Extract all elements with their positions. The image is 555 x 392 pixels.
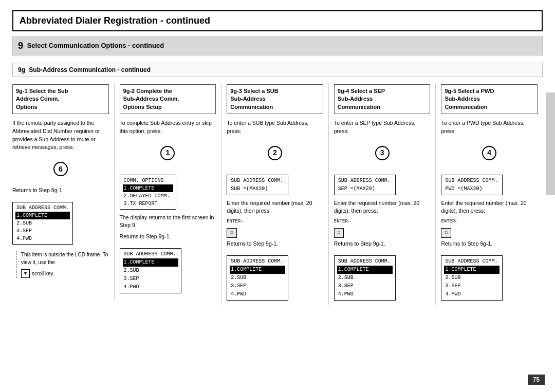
lcd-line4-9g1: 3.SEP (15, 227, 70, 235)
main-title-text: Abbreviated Dialer Registration - contin… (20, 15, 210, 26)
step-num-9g2: 9g-2 (123, 88, 135, 94)
columns-container: 9g-1 Select the Sub Address Comm. Option… (12, 84, 543, 305)
lcd-input-line1-9g3: SUB ADDRESS COMM. (230, 177, 285, 185)
enter-key-9g5: ☐ (441, 228, 451, 238)
step-num-9g3: 9g-3 (230, 88, 242, 94)
circle-9g1: 6 (53, 162, 68, 176)
col-body-9g3: To enter a SUB type Sub Address, press: … (227, 119, 323, 305)
circle-container-9g2: 1 (120, 141, 216, 165)
scroll-label: scroll key. (32, 270, 54, 277)
circle-container-9g4: 3 (334, 141, 431, 165)
lcd-input-line2-9g5: PWD =(MAX20) (444, 185, 499, 193)
lcd-line1-9g1: SUB ADDRESS COMM. (15, 204, 70, 212)
lcd2-line5-9g2: 4.PWD (123, 283, 178, 291)
lcd-input-9g3: SUB ADDRESS COMM. SUB =(MAX20) (227, 175, 288, 195)
step-num-9g1: 9g-1 (16, 88, 28, 94)
scroll-key: ▼ (21, 269, 30, 278)
col-body-9g1: If the remote party assigned to the Abbr… (12, 119, 109, 278)
lcd2-line2-9g2: 1.COMPLETE (123, 258, 178, 267)
subsection-num: 9g (18, 66, 25, 73)
body-text-9g2: To complete Sub Address entry or skip th… (120, 119, 216, 136)
lcd-input-9g4: SUB ADDRESS COMM. SEP =(MAX20) (334, 175, 396, 195)
lcd-input-line2-9g4: SEP =(MAX20) (337, 185, 393, 193)
lcd-9g2: COMM. OPTIONS 1.COMPLETE 2.DELAYED COMM.… (120, 175, 176, 210)
col-header-9g2: 9g-2 Complete the Sub-Address Comm. Opti… (120, 84, 216, 114)
body-text-9g3: To enter a SUB type Sub Address, press: (227, 119, 323, 136)
column-9g4: 9g-4 Select a SEP Sub-Address Communicat… (328, 84, 436, 305)
enter-key-area-9g4: ENTER← ☐ (334, 218, 431, 240)
lcd2-9g2: SUB ADDRESS COMM. 1.COMPLETE 2.SUB 3.SEP… (120, 248, 181, 293)
lcd2-line2-9g5: 1.COMPLETE (444, 266, 499, 274)
col-header-9g5: 9g-5 Select a PWD Sub-Address Communicat… (441, 84, 538, 114)
lcd-line1-9g2: COMM. OPTIONS (123, 177, 173, 184)
col-body-9g5: To enter a PWD type Sub Address, press: … (441, 119, 538, 305)
enter-key-9g3: ☐ (227, 228, 236, 238)
body-text-9g5: To enter a PWD type Sub Address, press: (441, 119, 538, 136)
scroll-indicator: ▼ scroll key. (21, 269, 109, 278)
returns-text-9g5: Returns to Step 9g-1. (441, 240, 538, 248)
lcd2-line5-9g4: 4.PWD (337, 290, 393, 298)
returns-text-9g1: Returns to Step 8g-1. (12, 186, 109, 195)
enter-instructions-9g5: Enter the required number (max. 20 digit… (441, 199, 538, 216)
lcd2-line4-9g4: 3.SEP (337, 282, 393, 290)
column-9g3: 9g-3 Select a SUB Sub-Address Communicat… (221, 84, 328, 305)
circle-9g3: 2 (268, 146, 282, 160)
enter-instructions-9g4: Enter the required number (max. 20 digit… (334, 199, 431, 216)
outside-note-text: This item is outside the LCD frame. To v… (21, 251, 109, 266)
lcd2-line3-9g3: 2.SUB (230, 274, 285, 282)
lcd2-line1-9g2: SUB ADDRESS COMM. (123, 250, 178, 258)
lcd-input-line2-9g3: SUB =(MAX20) (230, 185, 285, 193)
enter-key-area-9g5: ENTER← ☐ (441, 218, 538, 240)
lcd-line2-9g1: 1.COMPLETE (15, 212, 70, 219)
lcd2-line4-9g2: 3.SEP (123, 275, 178, 283)
circle-container-9g5: 4 (441, 141, 538, 165)
enter-key-9g4: ☐ (334, 228, 344, 238)
col-header-9g3: 9g-3 Select a SUB Sub-Address Communicat… (227, 84, 323, 114)
section-header: 9 Select Communication Options - continu… (12, 36, 543, 55)
lcd-line5-9g1: 4.PWD (15, 235, 70, 242)
step-num-9g4: 9g-4 (338, 88, 349, 94)
lcd-line2-9g2: 1.COMPLETE (123, 184, 173, 192)
enter-key-area-9g3: ENTER← ☐ (227, 218, 323, 240)
lcd2-9g3: SUB ADDRESS COMM. 1.COMPLETE 2.SUB 3.SEP… (227, 255, 288, 301)
column-9g5: 9g-5 Select a PWD Sub-Address Communicat… (435, 84, 543, 305)
main-title: Abbreviated Dialer Registration - contin… (12, 10, 543, 31)
page: Abbreviated Dialer Registration - contin… (0, 0, 555, 392)
col-body-9g4: To enter a SEP type Sub Address, press: … (334, 119, 431, 305)
enter-label-9g3: ENTER← (227, 218, 323, 226)
lcd-input-line1-9g5: SUB ADDRESS COMM. (444, 177, 499, 185)
circle-container-9g1: 6 (12, 157, 109, 181)
lcd-input-9g5: SUB ADDRESS COMM. PWD =(MAX20) (441, 175, 503, 195)
lcd2-9g5: SUB ADDRESS COMM. 1.COMPLETE 2.SUB 3.SEP… (441, 255, 503, 301)
lcd-line3-9g2: 2.DELAYED COMM. (123, 192, 173, 200)
step-num-9g5: 9g-5 (445, 88, 456, 94)
lcd2-line4-9g5: 3.SEP (444, 282, 499, 290)
lcd2-line3-9g4: 2.SUB (337, 274, 393, 282)
circle-container-9g3: 2 (227, 141, 323, 165)
lcd2-line2-9g4: 1.COMPLETE (337, 266, 393, 274)
enter-label-9g5: ENTER← (441, 218, 538, 226)
lcd-input-line1-9g4: SUB ADDRESS COMM. (337, 177, 393, 185)
lcd-line3-9g1: 2.SUB (15, 219, 70, 227)
section-num: 9 (18, 41, 23, 51)
lcd2-line1-9g5: SUB ADDRESS COMM. (444, 257, 499, 266)
returns-text-9g4: Returns to Step 9g-1. (334, 240, 431, 248)
lcd-9g1: SUB ADDRESS COMM. 1.COMPLETE 2.SUB 3.SEP… (12, 202, 73, 245)
returns-text-9g2: Returns to Step 9g-1. (120, 233, 216, 241)
dashed-outside-note: This item is outside the LCD frame. To v… (16, 251, 109, 278)
circle-9g5: 4 (482, 146, 496, 160)
body-text-9g4: To enter a SEP type Sub Address, press: (334, 119, 431, 136)
lcd2-line1-9g4: SUB ADDRESS COMM. (337, 257, 393, 266)
enter-label-9g4: ENTER← (334, 218, 431, 226)
circle-9g4: 3 (375, 146, 390, 160)
returns-text-9g3: Returns to Step 9g-1. (227, 240, 323, 248)
circle-9g2: 1 (160, 146, 175, 160)
lcd2-line5-9g5: 4.PWD (444, 290, 499, 298)
subsection-header: 9g Sub-Address Communication - continued (12, 63, 543, 77)
enter-instructions-9g3: Enter the required number (max. 20 digit… (227, 199, 323, 216)
lcd2-line3-9g2: 2.SUB (123, 267, 178, 275)
lcd2-9g4: SUB ADDRESS COMM. 1.COMPLETE 2.SUB 3.SEP… (334, 255, 396, 301)
lcd2-line1-9g3: SUB ADDRESS COMM. (230, 257, 285, 266)
right-tab (546, 92, 555, 195)
lcd2-line4-9g3: 3.SEP (230, 282, 285, 290)
